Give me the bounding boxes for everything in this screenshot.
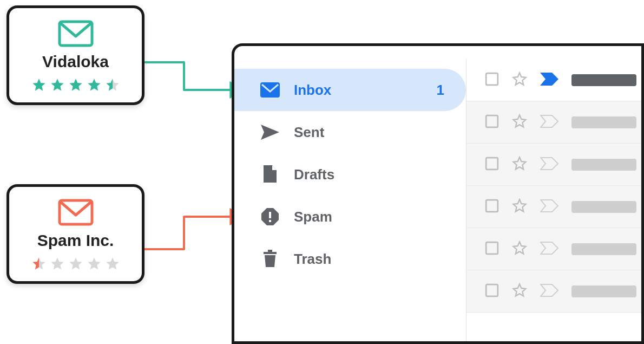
message-row[interactable] [466,59,641,101]
star-icon [50,256,65,271]
svg-rect-7 [486,73,498,85]
svg-rect-5 [264,252,277,254]
arrow-to-spam [144,217,244,249]
star-icon[interactable] [512,156,527,171]
message-preview-bar [571,201,636,213]
sent-icon [260,125,280,140]
important-icon[interactable] [540,157,558,170]
star-icon [31,77,47,93]
svg-rect-4 [269,220,271,222]
star-icon [68,256,83,271]
message-preview-bar [571,116,636,128]
spam-icon [260,208,280,225]
star-icon[interactable] [512,283,527,298]
important-icon[interactable] [540,115,558,128]
checkbox-icon[interactable] [485,72,499,86]
message-preview-bar [571,243,636,255]
star-icon[interactable] [512,198,527,213]
important-icon[interactable] [540,73,558,86]
sidebar-item-spam[interactable]: Spam [234,196,466,238]
star-icon [105,256,120,271]
svg-rect-11 [486,242,498,254]
star-icon [50,77,65,93]
svg-rect-6 [268,250,272,252]
star-icon [87,77,102,93]
message-preview-bar [571,159,636,171]
sender-card-bad: Spam Inc. [6,184,144,284]
email-client: Inbox 1 Sent Drafts Spam [232,43,644,344]
checkbox-icon[interactable] [485,199,499,213]
star-icon[interactable] [512,241,527,256]
important-icon[interactable] [540,199,558,212]
envelope-icon [15,20,136,47]
inbox-icon [260,82,280,98]
message-preview-bar [571,74,636,86]
sidebar-item-label: Trash [294,251,331,268]
sender-card-good: Vidaloka [6,5,144,105]
rating-stars [15,256,136,271]
checkbox-icon[interactable] [485,241,499,255]
svg-rect-9 [486,158,498,170]
sidebar-item-sent[interactable]: Sent [234,111,466,153]
rating-stars [15,77,136,93]
message-row[interactable] [466,186,641,228]
message-list [466,59,641,341]
important-icon[interactable] [540,284,558,297]
star-icon[interactable] [512,72,527,87]
star-icon [87,256,102,271]
svg-rect-12 [486,284,498,296]
arrow-to-inbox [144,62,244,90]
sidebar-item-inbox[interactable]: Inbox 1 [234,69,466,111]
inbox-count: 1 [437,82,444,99]
trash-icon [260,250,280,268]
sidebar-item-label: Sent [294,124,324,141]
svg-rect-3 [269,212,271,218]
checkbox-icon[interactable] [485,283,499,297]
star-icon[interactable] [512,114,527,129]
checkbox-icon[interactable] [485,157,499,171]
star-icon [68,77,83,93]
sidebar-item-drafts[interactable]: Drafts [234,153,466,196]
message-row[interactable] [466,270,641,313]
message-preview-bar [571,285,636,297]
envelope-icon [15,199,136,226]
important-icon[interactable] [540,242,558,255]
star-icon [31,256,47,271]
message-row[interactable] [466,101,641,144]
sidebar-item-label: Spam [294,209,332,225]
sender-name: Spam Inc. [15,231,136,250]
drafts-icon [260,165,280,184]
checkbox-icon[interactable] [485,114,499,128]
svg-rect-10 [486,200,498,212]
message-row[interactable] [466,144,641,186]
star-icon [105,77,120,93]
sidebar-item-label: Drafts [294,166,334,183]
sidebar-item-trash[interactable]: Trash [234,238,466,280]
sidebar: Inbox 1 Sent Drafts Spam [234,69,466,341]
message-row[interactable] [466,228,641,270]
sender-name: Vidaloka [15,53,136,71]
svg-rect-8 [486,115,498,127]
sidebar-item-label: Inbox [294,82,331,99]
